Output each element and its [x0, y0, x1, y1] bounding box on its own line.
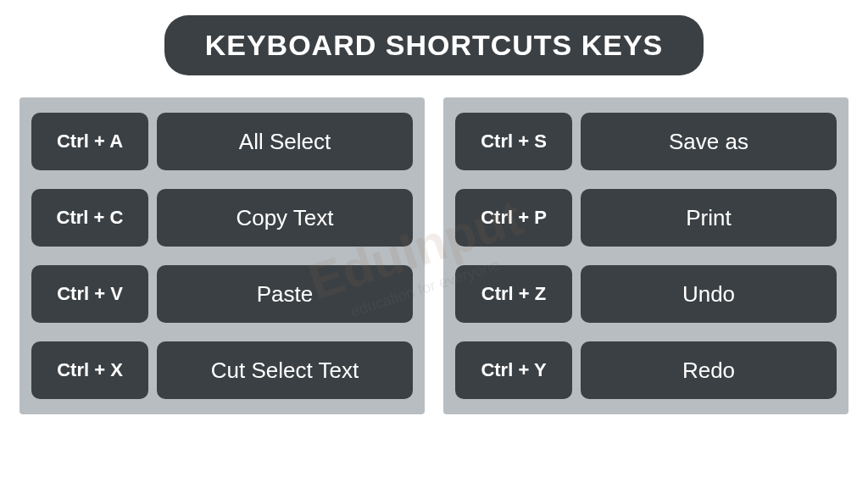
- shortcut-key: Ctrl + S: [455, 113, 572, 170]
- shortcut-row: Ctrl + P Print: [455, 189, 837, 247]
- shortcut-key: Ctrl + V: [31, 265, 148, 323]
- right-column: Ctrl + S Save as Ctrl + P Print Ctrl + Z…: [443, 97, 849, 414]
- page-title: Keyboard Shortcuts Keys: [164, 15, 704, 75]
- shortcut-desc: Undo: [581, 265, 837, 323]
- shortcut-key: Ctrl + Z: [455, 265, 572, 323]
- shortcut-row: Ctrl + C Copy Text: [31, 189, 413, 247]
- shortcut-row: Ctrl + Z Undo: [455, 265, 837, 323]
- shortcut-key: Ctrl + P: [455, 189, 572, 247]
- shortcut-desc: Paste: [157, 265, 413, 323]
- shortcut-row: Ctrl + X Cut Select Text: [31, 341, 413, 399]
- left-column: Ctrl + A All Select Ctrl + C Copy Text C…: [19, 97, 425, 414]
- shortcut-key: Ctrl + Y: [455, 341, 572, 399]
- columns-container: Ctrl + A All Select Ctrl + C Copy Text C…: [19, 97, 849, 414]
- shortcut-key: Ctrl + C: [31, 189, 148, 247]
- shortcut-desc: All Select: [157, 113, 413, 170]
- shortcut-desc: Copy Text: [157, 189, 413, 247]
- shortcut-desc: Print: [581, 189, 837, 247]
- shortcut-row: Ctrl + S Save as: [455, 113, 837, 170]
- shortcut-desc: Cut Select Text: [157, 341, 413, 399]
- shortcut-row: Ctrl + A All Select: [31, 113, 413, 170]
- shortcut-desc: Save as: [581, 113, 837, 170]
- shortcut-row: Ctrl + V Paste: [31, 265, 413, 323]
- shortcut-desc: Redo: [581, 341, 837, 399]
- shortcut-key: Ctrl + X: [31, 341, 148, 399]
- shortcut-key: Ctrl + A: [31, 113, 148, 170]
- shortcut-row: Ctrl + Y Redo: [455, 341, 837, 399]
